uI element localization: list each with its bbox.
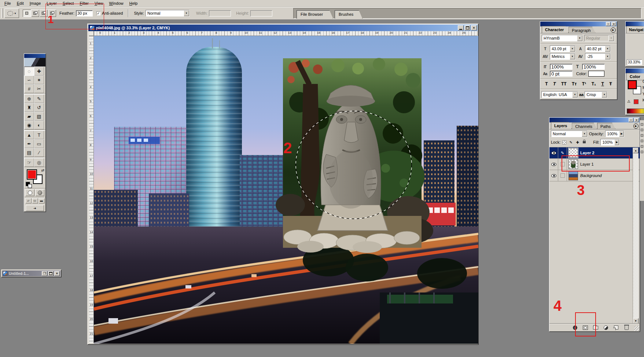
layer-thumbnail-city[interactable] <box>568 171 578 180</box>
visibility-toggle[interactable] <box>549 159 558 170</box>
adjustment-layer-button[interactable] <box>603 325 609 330</box>
document-titlebar[interactable]: pla04048.jpg @ 33.3% (Layer 2, CMYK) × <box>88 25 478 31</box>
canvas[interactable] <box>94 36 478 344</box>
chevron-down-icon[interactable]: ▾ <box>601 92 607 97</box>
tool-blur[interactable]: ◉ <box>24 121 34 129</box>
add-layer-mask-button[interactable] <box>582 325 588 330</box>
tab-color[interactable]: Color <box>626 73 644 80</box>
feather-input[interactable] <box>76 10 93 16</box>
layer-thumbnail-transparent[interactable] <box>568 148 578 158</box>
navigator-zoom-value[interactable]: 33.33% <box>627 59 642 65</box>
tool-notes[interactable]: ▤ <box>24 148 34 157</box>
layers-titlebar[interactable]: − × <box>549 118 640 122</box>
lock-transparency-icon[interactable] <box>562 140 567 145</box>
close-button[interactable]: × <box>54 271 60 276</box>
menu-file[interactable]: File <box>1 0 14 6</box>
tool-clone-stamp[interactable]: ♜ <box>24 103 34 112</box>
vertical-scale-input[interactable] <box>550 64 573 70</box>
tool-slice[interactable]: ✂ <box>34 84 44 93</box>
tool-shape[interactable]: ▭ <box>34 139 44 148</box>
menu-filter[interactable]: Filter <box>77 0 91 6</box>
chevron-down-icon[interactable]: ▾ <box>577 35 582 41</box>
layer-row-layer2[interactable]: ✎ Layer 2 <box>549 147 640 159</box>
kerning-dropdown[interactable]: Metrics ▾ <box>550 53 575 60</box>
fill-field[interactable]: 100% ▶ <box>600 139 619 146</box>
opacity-field[interactable]: 100% ▶ <box>605 130 624 137</box>
language-dropdown[interactable]: English: USA ▾ <box>541 91 578 98</box>
strikethrough-button[interactable]: Ŧ <box>609 81 612 87</box>
tab-channels[interactable]: Channels <box>572 123 597 129</box>
chevron-down-icon[interactable]: ▾ <box>605 54 610 59</box>
scroll-down-button[interactable]: ▼ <box>633 318 639 324</box>
anti-aliased-checkbox[interactable]: ✓ <box>96 11 100 15</box>
minimize-button[interactable]: − <box>629 118 633 122</box>
tracking-dropdown[interactable]: -25 ▾ <box>585 53 611 60</box>
menu-view[interactable]: View <box>92 0 106 6</box>
color-titlebar[interactable] <box>626 69 644 73</box>
tool-brush[interactable]: ✎ <box>34 94 44 103</box>
layer-name[interactable]: Layer 2 <box>580 151 595 155</box>
maximize-button[interactable] <box>48 271 54 276</box>
chevron-down-icon[interactable]: ▾ <box>570 54 575 59</box>
new-layer-button[interactable] <box>613 325 619 330</box>
chevron-down-icon[interactable]: ▾ <box>582 131 587 137</box>
layer-name[interactable]: Layer 1 <box>580 162 594 166</box>
tool-marquee[interactable]: ◌ <box>24 67 34 76</box>
baseline-shift-input[interactable] <box>550 71 573 77</box>
horizontal-scale-input[interactable] <box>582 64 605 70</box>
new-layer-set-button[interactable] <box>593 325 599 330</box>
tool-pen[interactable]: ✒ <box>24 139 34 148</box>
style-dropdown[interactable]: Normal ▾ <box>146 10 189 16</box>
tool-history-brush[interactable]: ↺ <box>34 103 44 112</box>
tool-dodge[interactable]: ◐ <box>34 121 44 129</box>
add-layer-style-button[interactable]: f <box>572 325 578 330</box>
tool-type[interactable]: T <box>34 130 44 139</box>
fullscreen-button[interactable]: ▬ <box>38 198 45 203</box>
tool-lasso[interactable]: ∽ <box>24 76 34 84</box>
lock-position-icon[interactable]: ✚ <box>575 140 580 145</box>
underline-button[interactable]: T <box>601 81 604 87</box>
menu-edit[interactable]: Edit <box>14 0 27 6</box>
menu-window[interactable]: Window <box>106 0 126 6</box>
all-caps-button[interactable]: TT <box>561 81 567 87</box>
foreground-color-swatch[interactable] <box>628 80 637 89</box>
tab-file-browser[interactable]: File Browser <box>297 10 333 19</box>
menu-layer[interactable]: Layer <box>44 0 60 6</box>
gamut-warning-swatch[interactable] <box>634 99 639 104</box>
faux-italic-button[interactable]: T <box>553 81 556 87</box>
leading-dropdown[interactable]: 40.82 pt ▾ <box>585 45 611 52</box>
restore-button[interactable]: ❐ <box>42 271 47 276</box>
scroll-up-button[interactable]: ▲ <box>633 148 639 153</box>
delete-layer-button[interactable] <box>623 325 629 330</box>
menu-select[interactable]: Select <box>60 0 77 6</box>
selection-mode-intersect-button[interactable] <box>48 10 56 17</box>
close-button[interactable]: × <box>611 22 616 26</box>
fullscreen-menu-button[interactable]: ▭ <box>32 198 38 203</box>
visibility-toggle[interactable] <box>549 170 558 181</box>
resize-grip[interactable] <box>634 326 639 331</box>
layers-scrollbar[interactable]: ▲ ▼ <box>633 148 639 324</box>
standard-mode-button[interactable] <box>25 189 34 196</box>
faux-bold-button[interactable]: T <box>545 81 548 87</box>
minimize-button[interactable] <box>458 25 464 30</box>
chevron-down-icon[interactable]: ▾ <box>184 10 189 16</box>
close-button[interactable]: × <box>634 118 639 122</box>
tab-layers[interactable]: Layers <box>551 122 572 129</box>
options-bar-grip[interactable] <box>1 8 3 18</box>
selection-mode-new-button[interactable] <box>23 10 31 17</box>
layer-row-layer1[interactable]: Layer 1 <box>549 159 640 170</box>
layer-thumbnail-statue[interactable] <box>568 159 578 169</box>
link-indicator[interactable] <box>558 170 567 181</box>
tool-crop[interactable]: # <box>24 84 34 93</box>
minimized-document[interactable]: Untitled-1... ❐ × <box>1 269 62 277</box>
tool-move[interactable]: ✚ <box>34 67 44 76</box>
tab-paragraph[interactable]: Paragraph <box>568 27 595 33</box>
palette-menu-icon[interactable]: ▶ <box>633 124 639 129</box>
gamut-warning-icon[interactable]: ⚠ <box>627 99 630 103</box>
visibility-toggle[interactable] <box>549 147 558 159</box>
navigator-titlebar[interactable] <box>626 22 644 26</box>
menu-help[interactable]: Help <box>126 0 141 6</box>
chevron-down-icon[interactable]: ▾ <box>605 46 610 52</box>
chevron-down-icon[interactable]: ▾ <box>572 92 578 97</box>
minimize-button[interactable]: − <box>606 22 611 26</box>
